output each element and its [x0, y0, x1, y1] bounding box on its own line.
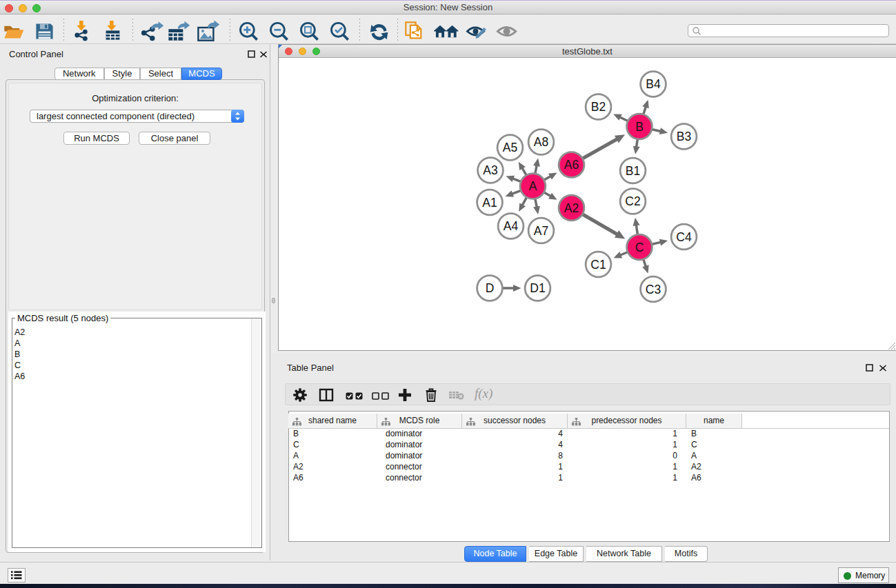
svg-text:C2: C2: [625, 194, 640, 208]
svg-text:A5: A5: [503, 141, 517, 154]
svg-text:D: D: [486, 281, 495, 295]
svg-text:C1: C1: [590, 258, 606, 272]
svg-text:A: A: [529, 179, 537, 193]
svg-text:B4: B4: [646, 77, 661, 91]
svg-text:B: B: [635, 120, 644, 134]
svg-text:C4: C4: [676, 230, 692, 244]
svg-text:B2: B2: [591, 100, 606, 114]
svg-text:A2: A2: [564, 201, 579, 215]
svg-text:D1: D1: [530, 281, 545, 295]
svg-text:A6: A6: [564, 158, 579, 172]
svg-text:A3: A3: [483, 163, 497, 177]
svg-text:A7: A7: [534, 224, 548, 238]
svg-text:C3: C3: [646, 283, 661, 296]
svg-text:B3: B3: [677, 130, 691, 143]
svg-text:A4: A4: [504, 219, 519, 233]
svg-text:A8: A8: [534, 135, 548, 149]
svg-text:B1: B1: [626, 164, 640, 178]
svg-text:C: C: [635, 241, 644, 254]
svg-text:A1: A1: [482, 196, 497, 210]
